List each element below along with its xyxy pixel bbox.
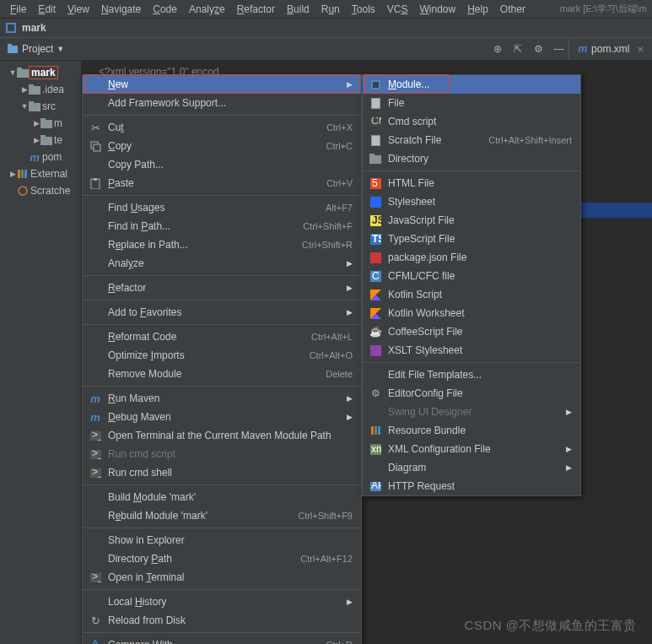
cmd-icon: CMD: [368, 117, 383, 127]
menu-item-paste[interactable]: PasteCtrl+V: [83, 174, 361, 192]
menu-item-directory[interactable]: Directory: [363, 149, 580, 168]
tree-arrow-icon[interactable]: ▶: [32, 136, 40, 144]
menu-item-xslt-stylesheet[interactable]: XSLT Stylesheet: [363, 341, 580, 360]
menu-item-run-cmd-shell[interactable]: >_Run cmd shell: [83, 463, 361, 482]
project-tree[interactable]: ▼mark▶.idea▼src▶m▶tempom▶ExternalScratch…: [0, 61, 82, 644]
tree-row-5[interactable]: mpom: [0, 149, 81, 165]
menu-item-build-module-mark[interactable]: Build Module 'mark': [83, 488, 361, 506]
locate-icon[interactable]: ⊕: [488, 39, 508, 59]
menu-item-coffeescript-file[interactable]: ☕CoffeeScript File: [363, 322, 580, 341]
menu-item-reload-from-disk[interactable]: ↻Reload from Disk: [83, 611, 361, 630]
menu-item-optimize-imports[interactable]: Optimize ImportsCtrl+Alt+O: [83, 346, 361, 365]
menu-refactor[interactable]: Refactor: [232, 2, 280, 17]
svg-rect-19: [94, 144, 100, 151]
tree-row-7[interactable]: Scratche: [0, 182, 81, 199]
menu-item-rebuild-module-mark[interactable]: Rebuild Module 'mark'Ctrl+Shift+F9: [83, 506, 361, 525]
tree-arrow-icon[interactable]: ▶: [32, 119, 40, 127]
file-icon: [368, 98, 383, 109]
menu-help[interactable]: Help: [462, 2, 493, 17]
menu-item-http-request[interactable]: APIHTTP Request: [363, 477, 580, 495]
menu-item-run-cmd-script[interactable]: >_Run cmd script: [83, 445, 361, 463]
menu-item-show-in-explorer[interactable]: Show in Explorer: [83, 531, 361, 549]
shortcut: Ctrl+C: [326, 141, 353, 151]
menu-analyze[interactable]: Analyze: [184, 2, 230, 17]
menu-edit[interactable]: Edit: [33, 2, 61, 17]
menu-item-copy-path[interactable]: Copy Path...: [83, 155, 361, 174]
menu-item-copy[interactable]: CopyCtrl+C: [83, 137, 361, 155]
menu-item-open-in-terminal[interactable]: >_Open in Terminal: [83, 568, 361, 587]
menu-item-debug-maven[interactable]: mDebug Maven▶: [83, 408, 361, 426]
tree-row-4[interactable]: ▶te: [0, 132, 81, 149]
menu-item-replace-in-path[interactable]: Replace in Path...Ctrl+Shift+R: [83, 235, 361, 254]
menu-code[interactable]: Code: [148, 2, 182, 17]
menu-item-label: Find Usages: [108, 202, 319, 214]
menu-item-local-history[interactable]: Local History▶: [83, 593, 361, 611]
menu-item-stylesheet[interactable]: Stylesheet: [363, 192, 580, 211]
menu-item-edit-file-templates[interactable]: Edit File Templates...: [363, 365, 580, 384]
menu-item-run-maven[interactable]: mRun Maven▶: [83, 389, 361, 408]
menu-item-resource-bundle[interactable]: Resource Bundle: [363, 421, 580, 440]
menu-item-file[interactable]: File: [363, 94, 580, 112]
menu-item-typescript-file[interactable]: TSTypeScript File: [363, 230, 580, 248]
menu-item-remove-module[interactable]: Remove ModuleDelete: [83, 365, 361, 383]
menu-file[interactable]: File: [5, 2, 31, 17]
tree-row-0[interactable]: ▼mark: [0, 64, 81, 81]
menu-window[interactable]: Window: [414, 2, 461, 17]
tree-row-6[interactable]: ▶External: [0, 165, 81, 182]
menu-item-package-json-file[interactable]: package.json File: [363, 248, 580, 267]
tree-arrow-icon[interactable]: ▶: [8, 170, 17, 178]
menu-item-html-file[interactable]: 5HTML File: [363, 174, 580, 192]
menu-item-open-terminal-at-the-current-maven-module-path[interactable]: >_Open Terminal at the Current Maven Mod…: [83, 426, 361, 445]
menu-item-new[interactable]: New▶: [83, 75, 361, 94]
maven-icon: m: [578, 43, 587, 55]
menu-item-analyze[interactable]: Analyze▶: [83, 254, 361, 273]
editor-tab-pom[interactable]: m pom.xml ×: [568, 40, 652, 59]
menu-item-label: Cmd script: [388, 116, 572, 127]
menu-item-kotlin-script[interactable]: Kotlin Script: [363, 285, 580, 304]
menu-item-cmd-script[interactable]: CMDCmd script: [363, 112, 580, 131]
tree-arrow-icon[interactable]: ▶: [20, 85, 29, 94]
menu-item-cut[interactable]: ✂CutCtrl+X: [83, 118, 361, 137]
menu-navigate[interactable]: Navigate: [96, 2, 146, 17]
tree-arrow-icon[interactable]: ▼: [20, 102, 29, 111]
tree-row-3[interactable]: ▶m: [0, 115, 81, 132]
separator: [83, 324, 361, 325]
menu-item-xml-configuration-file[interactable]: xmlXML Configuration File▶: [363, 440, 580, 458]
menu-item-refactor[interactable]: Refactor▶: [83, 279, 361, 297]
menu-item-reformat-code[interactable]: Reformat CodeCtrl+Alt+L: [83, 327, 361, 346]
menu-run[interactable]: Run: [316, 2, 345, 17]
project-tool-button[interactable]: Project ▼: [0, 40, 71, 58]
svg-rect-10: [40, 120, 52, 128]
menu-item-javascript-file[interactable]: JSJavaScript File: [363, 211, 580, 230]
tree-row-1[interactable]: ▶.idea: [0, 81, 81, 98]
menu-other[interactable]: Other: [495, 2, 531, 17]
tree-arrow-icon[interactable]: ▼: [8, 68, 17, 77]
close-icon[interactable]: ×: [637, 43, 644, 56]
expand-icon[interactable]: ⇱: [508, 39, 528, 59]
menu-item-editorconfig-file[interactable]: ⚙EditorConfig File: [363, 384, 580, 403]
project-name[interactable]: mark: [22, 22, 46, 34]
tree-row-2[interactable]: ▼src: [0, 98, 81, 115]
menu-item-cfml-cfc-file[interactable]: CCFML/CFC file: [363, 267, 580, 285]
svg-rect-14: [18, 170, 20, 178]
tree-label: .idea: [42, 84, 64, 95]
menu-tools[interactable]: Tools: [347, 2, 380, 17]
menu-item-add-to-favorites[interactable]: Add to Favorites▶: [83, 303, 361, 322]
menu-item-kotlin-worksheet[interactable]: Kotlin Worksheet: [363, 304, 580, 322]
menu-view[interactable]: View: [62, 2, 94, 17]
menu-item-diagram[interactable]: Diagram▶: [363, 458, 580, 477]
minimize-icon[interactable]: —: [548, 39, 568, 59]
maven-icon: m: [88, 411, 103, 424]
menu-item-directory-path[interactable]: Directory PathCtrl+Alt+F12: [83, 549, 361, 568]
menu-item-module[interactable]: Module...: [363, 75, 580, 94]
menu-item-add-framework-support[interactable]: Add Framework Support...: [83, 94, 361, 112]
menu-item-find-in-path[interactable]: Find in Path...Ctrl+Shift+F: [83, 217, 361, 235]
menu-vcs[interactable]: VCS: [382, 2, 413, 17]
menu-build[interactable]: Build: [282, 2, 315, 17]
shortcut: Ctrl+Alt+Shift+Insert: [488, 135, 572, 145]
menu-item-scratch-file[interactable]: Scratch FileCtrl+Alt+Shift+Insert: [363, 131, 580, 149]
menu-item-find-usages[interactable]: Find UsagesAlt+F7: [83, 198, 361, 217]
menu-item-compare-with[interactable]: Compare With...Ctrl+D: [83, 636, 361, 644]
gear-icon[interactable]: ⚙: [528, 39, 548, 59]
menu-item-swing-ui-designer[interactable]: Swing UI Designer▶: [363, 403, 580, 421]
